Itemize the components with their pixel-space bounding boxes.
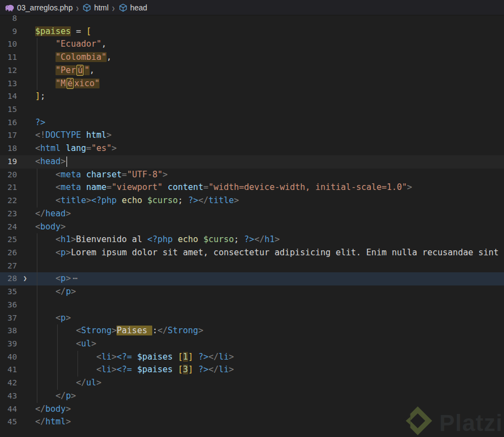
code-text: </ul> bbox=[35, 377, 102, 390]
code-line-25[interactable]: 25 <h1>Bienvenido al <?php echo $curso; … bbox=[0, 233, 504, 246]
breadcrumb-item-file[interactable]: 03_arreglos.php bbox=[17, 3, 73, 12]
code-line-19[interactable]: 19<head> bbox=[0, 155, 504, 169]
code-token: body bbox=[40, 222, 60, 232]
code-token: , bbox=[101, 39, 106, 49]
code-token: "UTF-8" bbox=[127, 170, 163, 180]
code-line-20[interactable]: 20 <meta charset="UTF-8"> bbox=[0, 169, 504, 182]
code-line-37[interactable]: 37 <p> bbox=[0, 312, 504, 325]
code-token: li bbox=[219, 352, 229, 362]
code-token: html bbox=[46, 417, 66, 427]
code-token: Strong bbox=[168, 326, 198, 335]
code-text: <li><?= $paises [1] ?></li> bbox=[35, 351, 234, 364]
code-token bbox=[173, 352, 178, 362]
line-number: 25 bbox=[0, 233, 17, 246]
fold-chevron-icon[interactable]: ❯ bbox=[23, 272, 34, 285]
code-token: </ bbox=[157, 326, 168, 335]
code-token bbox=[35, 248, 56, 257]
code-line-12[interactable]: 12 "Perú", bbox=[0, 64, 504, 77]
code-line-9[interactable]: 9$paises = [ bbox=[0, 25, 504, 38]
code-token: ] bbox=[35, 91, 40, 101]
line-number: 21 bbox=[0, 181, 17, 194]
breadcrumb-item-head[interactable]: head bbox=[130, 3, 147, 12]
line-number: 20 bbox=[0, 169, 17, 182]
line-number: 14 bbox=[0, 90, 17, 103]
code-token bbox=[35, 52, 56, 62]
breadcrumb-item-html[interactable]: html bbox=[94, 3, 108, 12]
code-token: body bbox=[46, 404, 66, 414]
code-token: </ bbox=[35, 404, 46, 414]
code-line-40[interactable]: 40 <li><?= $paises [1] ?></li> bbox=[0, 351, 504, 364]
code-token: ?> bbox=[188, 195, 198, 205]
code-token: 1 bbox=[183, 352, 188, 362]
code-text: </p> bbox=[35, 285, 76, 299]
code-line-17[interactable]: 17<!DOCTYPE html> bbox=[0, 129, 504, 142]
code-line-44[interactable]: 44</body> bbox=[0, 403, 504, 416]
code-line-16[interactable]: 16?> bbox=[0, 116, 504, 130]
code-text: ?> bbox=[35, 116, 46, 130]
code-token bbox=[35, 79, 56, 88]
code-token: > bbox=[91, 339, 96, 349]
code-line-14[interactable]: 14]; bbox=[0, 90, 504, 103]
code-text: <p>⋯ bbox=[35, 272, 77, 285]
code-token: > bbox=[66, 248, 71, 257]
code-token: > bbox=[66, 209, 71, 218]
code-token: xico" bbox=[74, 79, 99, 88]
line-number: 19 bbox=[0, 155, 17, 169]
code-token: Bienvenido al bbox=[76, 234, 147, 244]
line-number: 28 bbox=[0, 272, 17, 285]
line-number: 16 bbox=[0, 116, 17, 130]
code-line-10[interactable]: 10 "Ecuador", bbox=[0, 38, 504, 51]
code-token: > bbox=[234, 195, 239, 205]
code-line-41[interactable]: 41 <li><?= $paises [3] ?></li> bbox=[0, 363, 504, 377]
code-line-28[interactable]: 28❯ <p>⋯ bbox=[0, 272, 504, 285]
code-line-22[interactable]: 22 <title><?php echo $curso; ?></title> bbox=[0, 194, 504, 208]
code-line-23[interactable]: 23</head> bbox=[0, 208, 504, 221]
code-token: $paises bbox=[137, 365, 173, 374]
code-line-45[interactable]: 45</html> bbox=[0, 416, 504, 429]
code-token: p bbox=[66, 391, 71, 401]
code-line-26[interactable]: 26 <p>Lorem ipsum dolor sit amet, consec… bbox=[0, 246, 504, 260]
code-token: < bbox=[56, 273, 60, 283]
code-line-27[interactable]: 27 bbox=[0, 260, 504, 273]
code-token: p bbox=[66, 287, 71, 296]
code-token: , bbox=[90, 65, 95, 75]
code-line-13[interactable]: 13 "México" bbox=[0, 77, 504, 91]
code-token: < bbox=[56, 248, 60, 257]
code-line-39[interactable]: 39 <ul> bbox=[0, 338, 504, 351]
code-text: </head> bbox=[35, 208, 71, 221]
code-line-36[interactable]: 36 bbox=[0, 299, 504, 312]
code-token bbox=[35, 195, 56, 205]
code-line-15[interactable]: 15 bbox=[0, 103, 504, 116]
code-line-35[interactable]: 35 </p> bbox=[0, 285, 504, 299]
code-token bbox=[35, 182, 56, 192]
code-token bbox=[35, 313, 56, 323]
code-token bbox=[35, 352, 96, 362]
symbol-cube-icon bbox=[82, 3, 91, 12]
code-token: , bbox=[107, 52, 112, 62]
line-number: 39 bbox=[0, 338, 17, 351]
code-token: ; bbox=[40, 91, 45, 101]
code-line-42[interactable]: 42 </ul> bbox=[0, 377, 504, 390]
line-number: 12 bbox=[0, 64, 17, 77]
code-editor[interactable]: 89$paises = [10 "Ecuador",11 "Colombia",… bbox=[0, 15, 504, 437]
code-line-43[interactable]: 43 </p> bbox=[0, 390, 504, 403]
code-text: <li><?= $paises [3] ?></li> bbox=[35, 363, 234, 377]
line-number: 40 bbox=[0, 351, 17, 364]
code-token: ?> bbox=[35, 117, 46, 127]
code-line-21[interactable]: 21 <meta name="viewport" content="width=… bbox=[0, 181, 504, 194]
code-line-18[interactable]: 18<html lang="es"> bbox=[0, 142, 504, 155]
code-line-8[interactable]: 8 bbox=[0, 15, 504, 25]
code-line-24[interactable]: 24<body> bbox=[0, 221, 504, 234]
line-number: 18 bbox=[0, 142, 17, 155]
code-token: DOCTYPE bbox=[46, 130, 81, 140]
code-token: > bbox=[407, 182, 412, 192]
code-token: > bbox=[66, 417, 71, 427]
code-token: < bbox=[35, 222, 40, 232]
code-token: ul bbox=[81, 339, 91, 349]
code-token: li bbox=[219, 365, 229, 374]
code-token: html bbox=[86, 130, 107, 140]
line-number: 42 bbox=[0, 377, 17, 390]
code-line-11[interactable]: 11 "Colombia", bbox=[0, 51, 504, 64]
code-token: > bbox=[71, 391, 76, 401]
code-line-38[interactable]: 38 <Strong>Paises :</Strong> bbox=[0, 324, 504, 338]
